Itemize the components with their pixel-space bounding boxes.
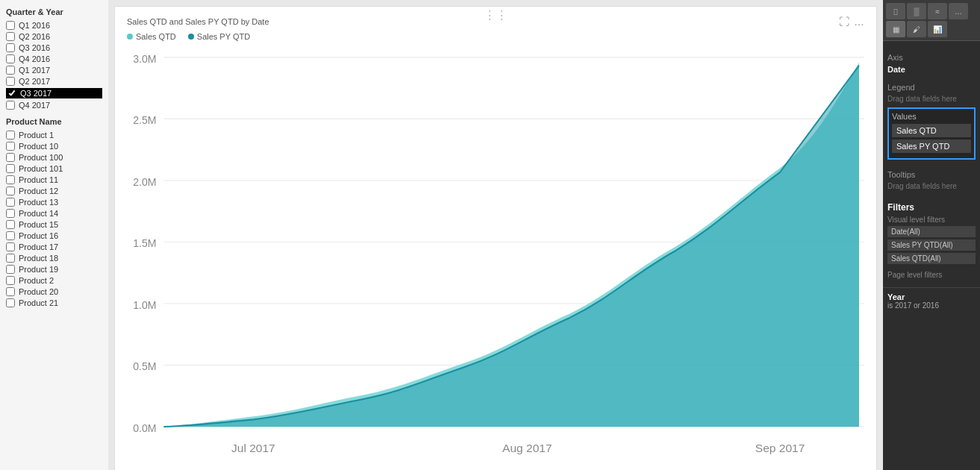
legend-sales-qtd: Sales QTD (127, 32, 176, 41)
quarter-filter-title: Quarter & Year (6, 7, 102, 16)
legend-dot-sales-qtd (127, 34, 133, 40)
filter-product-13[interactable]: Product 13 (6, 198, 102, 207)
svg-text:0.0M: 0.0M (133, 422, 156, 434)
chart-svg: 3.0M 2.5M 2.0M 1.5M 1.0M 0.5M 0.0M (127, 47, 864, 470)
filter-product-15[interactable]: Product 15 (6, 220, 102, 229)
filter-product-12[interactable]: Product 12 (6, 187, 102, 195)
filter-product-14[interactable]: Product 14 (6, 209, 102, 218)
svg-text:3.0M: 3.0M (133, 53, 156, 65)
filter-q1-2017[interactable]: Q1 2017 (6, 66, 102, 75)
main-area: ⋮⋮ Sales QTD and Sales PY QTD by Date ⛶ … (108, 0, 883, 470)
year-filter-sublabel: is 2017 or 2016 (887, 301, 976, 310)
filters-label: Filters (887, 202, 976, 213)
chart-area: 3.0M 2.5M 2.0M 1.5M 1.0M 0.5M 0.0M (127, 47, 864, 470)
area-sales-py-qtd (163, 66, 859, 427)
quarter-filter-group: Quarter & Year Q1 2016 Q2 2016 Q3 2016 Q… (6, 7, 102, 110)
values-label: Values (892, 112, 971, 121)
filter-q2-2017[interactable]: Q2 2017 (6, 77, 102, 86)
svg-text:Jul 2017: Jul 2017 (231, 442, 275, 455)
svg-text:1.0M: 1.0M (133, 299, 156, 311)
year-filter-section: Year is 2017 or 2016 (883, 287, 980, 314)
drag-handle[interactable]: ⋮⋮ (484, 8, 508, 22)
right-panel: ⌷ ▒ ≈ … ▦ 🖌 📊 Axis Date Legend Drag data… (883, 0, 980, 470)
tooltips-label: Tooltips (887, 170, 976, 179)
product-filter-title: Product Name (6, 117, 102, 126)
value-item-sales-py-qtd[interactable]: Sales PY QTD (892, 140, 971, 153)
filter-product-2[interactable]: Product 2 (6, 276, 102, 285)
product-filter-group: Product Name Product 1 Product 10 Produc… (6, 117, 102, 307)
left-filter-panel: Quarter & Year Q1 2016 Q2 2016 Q3 2016 Q… (0, 0, 108, 470)
value-item-sales-qtd[interactable]: Sales QTD (892, 124, 971, 137)
filter-q4-2016[interactable]: Q4 2016 (6, 54, 102, 63)
filter-q1-2016[interactable]: Q1 2016 (6, 21, 102, 30)
filter-product-21[interactable]: Product 21 (6, 298, 102, 307)
filter-product-100[interactable]: Product 100 (6, 153, 102, 162)
filter-q3-2017[interactable]: Q3 2017 (6, 88, 102, 98)
chart-actions: ⛶ … (839, 16, 864, 28)
filter-product-18[interactable]: Product 18 (6, 254, 102, 263)
svg-text:2.0M: 2.0M (133, 176, 156, 188)
filter-product-20[interactable]: Product 20 (6, 287, 102, 296)
toolbar-top: ⌷ ▒ ≈ … ▦ 🖌 📊 (883, 0, 980, 41)
axis-label: Axis (887, 53, 976, 62)
legend-dot-sales-py-qtd (188, 34, 194, 40)
chart-container: ⋮⋮ Sales QTD and Sales PY QTD by Date ⛶ … (114, 6, 877, 470)
right-panel-body: Axis Date Legend Drag data fields here V… (883, 41, 980, 287)
chart-legend: Sales QTD Sales PY QTD (127, 32, 864, 41)
filter-chip-sales-qtd[interactable]: Sales QTD(All) (887, 253, 976, 264)
filter-product-1[interactable]: Product 1 (6, 131, 102, 140)
filters-sublabel: Visual level filters (887, 216, 976, 224)
values-section: Values Sales QTD Sales PY QTD (887, 107, 976, 160)
legend-label-sales-qtd: Sales QTD (136, 32, 176, 41)
legend-sales-py-qtd: Sales PY QTD (188, 32, 250, 41)
page-filters-section: Page level filters (887, 271, 976, 281)
legend-label-sales-py-qtd: Sales PY QTD (197, 32, 250, 41)
svg-text:2.5M: 2.5M (133, 114, 156, 126)
svg-text:Aug 2017: Aug 2017 (502, 442, 552, 455)
legend-drag-hint: Drag data fields here (887, 95, 976, 103)
page-filters-label: Page level filters (887, 271, 976, 279)
more-options-button[interactable]: … (854, 16, 864, 28)
svg-text:0.5M: 0.5M (133, 361, 156, 373)
filter-chip-date[interactable]: Date(All) (887, 226, 976, 237)
filter-q4-2017[interactable]: Q4 2017 (6, 101, 102, 110)
filter-product-101[interactable]: Product 101 (6, 164, 102, 173)
filter-product-19[interactable]: Product 19 (6, 265, 102, 274)
toolbar-icon-grid[interactable]: ⌷ (886, 3, 905, 19)
filter-chip-sales-py-qtd[interactable]: Sales PY QTD(All) (887, 239, 976, 251)
toolbar-icon-bar[interactable]: ▒ (907, 3, 926, 19)
svg-text:Sep 2017: Sep 2017 (755, 442, 805, 455)
filter-product-17[interactable]: Product 17 (6, 242, 102, 251)
toolbar-icon-fields[interactable]: ▦ (886, 21, 905, 37)
tooltips-drag-hint: Drag data fields here (887, 182, 976, 190)
filter-q3-2016[interactable]: Q3 2016 (6, 43, 102, 52)
toolbar-icon-more1[interactable]: … (949, 3, 968, 19)
toolbar-icon-format[interactable]: 🖌 (907, 21, 926, 37)
toolbar-icon-analytics[interactable]: 📊 (928, 21, 947, 37)
axis-value[interactable]: Date (887, 65, 976, 74)
svg-text:1.5M: 1.5M (133, 237, 156, 249)
year-filter-label: Year (887, 292, 976, 301)
expand-button[interactable]: ⛶ (839, 16, 849, 28)
legend-label: Legend (887, 83, 976, 92)
filter-q2-2016[interactable]: Q2 2016 (6, 32, 102, 41)
filter-product-11[interactable]: Product 11 (6, 175, 102, 184)
toolbar-icon-line[interactable]: ≈ (928, 3, 947, 19)
filter-product-16[interactable]: Product 16 (6, 231, 102, 240)
chart-title: Sales QTD and Sales PY QTD by Date (127, 17, 269, 26)
filter-product-10[interactable]: Product 10 (6, 142, 102, 151)
